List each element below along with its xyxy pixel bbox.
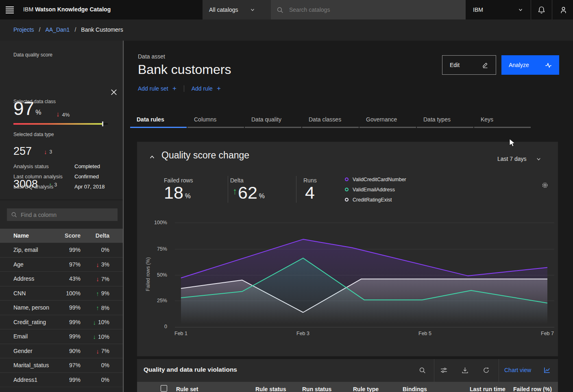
app-title: IBM Watson Knowledge Catalog [23,6,111,13]
runs-value: 4 [305,184,315,201]
edit-pencil-icon [482,62,488,68]
table-row[interactable]: Credit_rating99% 10% [0,315,123,329]
notifications-button[interactable] [531,0,552,19]
app-window: IBM Watson Knowledge Catalog All catalog… [0,0,573,392]
col-failed-row[interactable]: Failed row (%) [513,386,552,392]
user-icon [560,6,567,14]
legend-item[interactable]: ValidCreditCardNumber [345,174,406,184]
table-row[interactable]: Age97% 3% [0,257,123,272]
chart-view-link[interactable]: Chart view [504,367,531,373]
chevron-down-icon [536,156,542,162]
select-all-checkbox[interactable] [161,385,167,392]
col-header-score[interactable]: Score [65,232,81,239]
account-dropdown[interactable]: IBM [466,0,531,19]
quality-score-gauge [13,123,108,125]
tab-governance[interactable]: Governance [359,114,416,128]
account-label: IBM [473,6,483,13]
search-button[interactable] [416,364,428,376]
sidebar-scrollbar[interactable] [123,41,124,392]
page-title: Bank customers [138,62,231,77]
col-bindings[interactable]: Bindings [403,386,427,392]
tab-columns[interactable]: Columns [187,114,244,128]
divider [296,176,296,203]
tab-data-types[interactable]: Data types [417,114,473,128]
legend-swatch-0 [345,178,349,181]
chart-view-button[interactable] [541,364,553,376]
quality-score-change-card: Quality score change Last 7 days Failed … [137,142,558,356]
add-rule-link[interactable]: Add rule [192,84,221,93]
table-row[interactable]: Email99% 10% [0,329,123,344]
download-icon [462,367,468,374]
table-row[interactable]: Address43% 7% [0,271,123,286]
divider [0,199,123,200]
y-tick: 25% [144,298,167,303]
data-class-value: 257 [13,145,32,158]
tab-data-quality[interactable]: Data quality [245,114,301,128]
refresh-icon [483,367,490,374]
search-catalogs-input[interactable] [289,6,460,13]
last-dq-analysis-row: Last DQ analysisApr 07, 2018 [13,184,115,190]
data-class-label: Selected data class [13,99,56,104]
analyze-button[interactable]: Analyze [501,55,559,75]
breadcrumb-projects[interactable]: Projects [13,26,34,33]
table-row[interactable]: Zip, email99% 0% [0,243,123,257]
breadcrumb-project-name[interactable]: AA_Dan1 [45,26,70,33]
tab-data-classes[interactable]: Data classes [302,114,359,128]
search-icon [419,367,426,374]
edit-button[interactable]: Edit [442,55,496,75]
profile-button[interactable] [553,0,573,19]
tab-keys[interactable]: Keys [474,114,531,128]
line-chart-icon [543,366,551,374]
chevron-down-icon [250,7,255,13]
legend-swatch-2 [345,198,349,201]
gauge-gradient [13,123,102,125]
gear-icon[interactable] [541,182,549,189]
table-row[interactable]: Address199% 0% [0,373,123,387]
legend-item[interactable]: ValidEmailAddress [345,184,406,195]
trend-icon [96,275,99,282]
find-column-input[interactable] [21,212,113,218]
time-range-dropdown[interactable]: Last 7 days [497,156,542,162]
breadcrumb-current: Bank Customers [81,26,123,33]
legend-item[interactable]: CreditRatingExist [345,195,406,205]
bell-icon [538,6,545,14]
trend-icon [96,347,99,354]
chart-legend: ValidCreditCardNumber ValidEmailAddress … [345,174,406,205]
add-rule-set-link[interactable]: Add rule set [138,84,176,93]
col-rule-status[interactable]: Rule status [255,386,286,392]
table-row[interactable]: Gender90% 7% [0,344,123,358]
table-row-clipped [0,387,123,392]
refresh-button[interactable] [480,364,492,376]
col-last-run-time[interactable]: Last run time [470,386,505,392]
table-row[interactable]: Name, person99% 8% [0,300,123,315]
col-header-name[interactable]: Name [13,232,29,239]
y-tick: 75% [144,246,167,252]
download-button[interactable] [459,364,471,376]
data-class-delta: 3 [44,148,52,155]
chevron-up-icon[interactable] [148,154,156,161]
table-row[interactable]: Marital_status97% 0% [0,358,123,373]
filter-adjust-button[interactable] [438,364,449,376]
divider [228,176,228,203]
close-icon[interactable] [110,88,118,96]
col-header-delta[interactable]: Delta [96,232,109,239]
table-row[interactable]: CNN100% 9% [0,286,123,301]
breadcrumb-separator: / [74,26,76,33]
divider [434,359,434,382]
col-rule-set[interactable]: Rule set [176,386,198,392]
trend-down-icon [56,110,60,119]
col-rule-type[interactable]: Rule type [353,386,379,392]
trend-icon [96,304,99,311]
col-run-status[interactable]: Run status [302,386,331,392]
trend-down-icon [44,148,47,155]
trend-icon [96,290,99,297]
tab-data-rules[interactable]: Data rules [130,114,187,128]
menu-icon[interactable] [6,5,15,14]
table-header: Name Score Delta [0,229,123,243]
catalog-scope-dropdown[interactable]: All catalogs [203,0,271,19]
violations-card: Quality and data rule violations Chart v… [137,359,558,392]
search-icon [277,6,283,13]
delta-value: 62% [233,184,265,201]
last-column-analysis-row: Last column analysisConfirmed [13,173,115,180]
asset-tabs: Data rules Columns Data quality Data cla… [130,114,532,128]
